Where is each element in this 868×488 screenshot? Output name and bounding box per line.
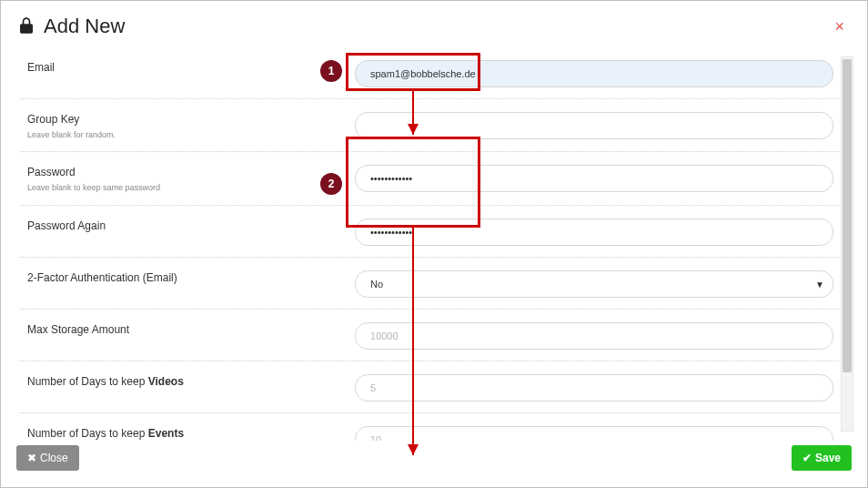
lock-icon — [20, 17, 35, 36]
modal-footer: ✖ Close ✔ Save — [16, 442, 852, 473]
modal-header: Add New × — [7, 5, 861, 49]
close-icon[interactable]: × — [834, 17, 844, 36]
row-password: Password Leave blank to keep same passwo… — [20, 152, 839, 205]
label-group-key: Group Key Leave blank for random. — [20, 112, 348, 140]
scrollbar-thumb[interactable] — [843, 59, 852, 372]
row-email: Email — [20, 47, 839, 99]
label-email: Email — [20, 60, 348, 76]
label-twofa: 2-Factor Authentication (Email) — [20, 270, 348, 286]
modal: Add New × Email Group Key Leave blank fo… — [7, 5, 861, 481]
label-days-videos: Number of Days to keep Videos — [20, 374, 348, 390]
group-key-input[interactable] — [355, 112, 833, 139]
row-password-again: Password Again — [20, 206, 839, 258]
modal-body: Email Group Key Leave blank for random. … — [7, 47, 861, 441]
row-days-events: Number of Days to keep Events — [20, 413, 839, 441]
max-storage-input[interactable] — [355, 322, 833, 350]
password-again-input[interactable] — [355, 219, 833, 246]
twofa-select[interactable]: No — [355, 270, 833, 298]
label-max-storage: Max Storage Amount — [20, 322, 348, 338]
days-videos-input[interactable] — [355, 374, 833, 402]
save-button[interactable]: ✔ Save — [792, 445, 852, 471]
check-icon: ✔ — [802, 452, 812, 464]
label-password: Password Leave blank to keep same passwo… — [20, 165, 348, 193]
row-group-key: Group Key Leave blank for random. — [20, 99, 839, 152]
row-twofa: 2-Factor Authentication (Email) No ▼ — [20, 258, 839, 310]
close-button[interactable]: ✖ Close — [16, 445, 79, 471]
scrollbar[interactable] — [841, 56, 853, 432]
label-password-again: Password Again — [20, 219, 348, 234]
email-input[interactable] — [355, 60, 833, 87]
row-days-videos: Number of Days to keep Videos — [20, 361, 839, 413]
days-events-input[interactable] — [355, 426, 833, 441]
form-scroll: Email Group Key Leave blank for random. … — [20, 47, 839, 441]
modal-title: Add New — [44, 15, 125, 38]
password-input[interactable] — [355, 165, 833, 192]
label-days-events: Number of Days to keep Events — [20, 426, 348, 441]
x-icon: ✖ — [27, 452, 36, 464]
row-max-storage: Max Storage Amount — [20, 310, 839, 361]
